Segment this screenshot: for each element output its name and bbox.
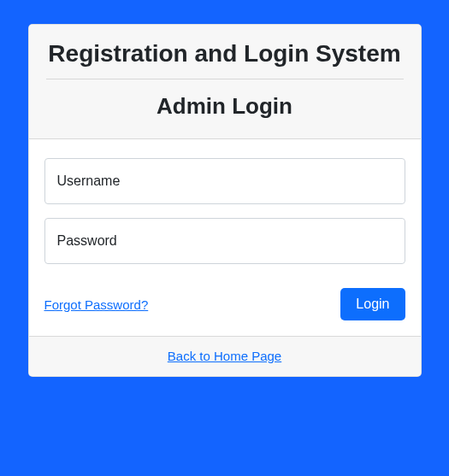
card-header: Registration and Login System Admin Logi… <box>29 25 421 139</box>
card-footer: Back to Home Page <box>29 336 421 376</box>
forgot-password-link[interactable]: Forgot Password? <box>44 297 149 312</box>
home-link[interactable]: Back to Home Page <box>168 349 281 363</box>
login-button[interactable]: Login <box>340 288 405 320</box>
login-card: Registration and Login System Admin Logi… <box>28 24 422 377</box>
username-input[interactable] <box>44 158 405 204</box>
header-divider <box>46 79 404 79</box>
page-title: Admin Login <box>46 93 404 120</box>
password-input[interactable] <box>44 218 405 264</box>
app-title: Registration and Login System <box>46 38 404 68</box>
form-actions: Forgot Password? Login <box>44 288 405 320</box>
card-body: Forgot Password? Login <box>29 139 421 336</box>
username-group <box>44 158 405 204</box>
password-group <box>44 218 405 264</box>
